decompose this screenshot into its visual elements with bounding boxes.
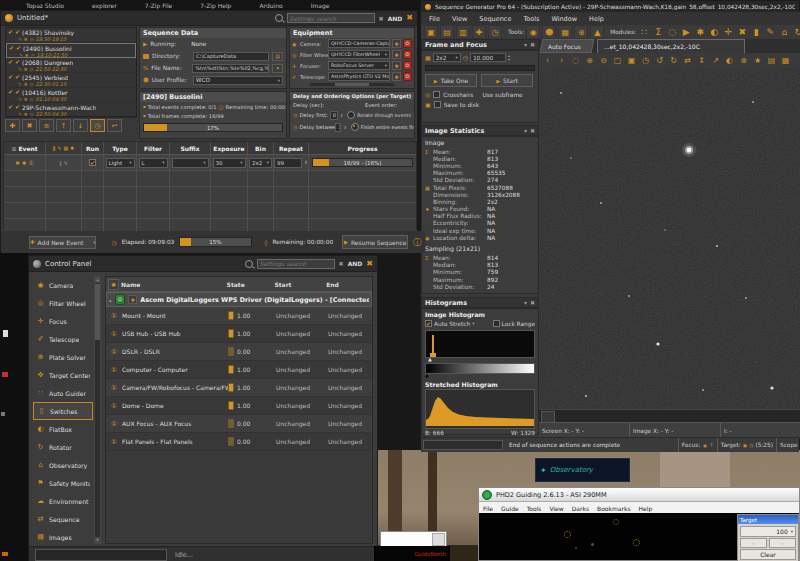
camera-select[interactable]: QHYCCD-Cameras-Capture▾ bbox=[328, 39, 390, 48]
sidebar-item-sequence[interactable]: ⇄Sequence bbox=[33, 510, 93, 528]
telescope-settings-button[interactable]: ✱ bbox=[392, 72, 401, 81]
sidebar-item-target-centering[interactable]: ✜Target Centering bbox=[33, 366, 93, 384]
target-enabled-icon[interactable]: ✔ bbox=[8, 89, 13, 95]
delete-event-icon[interactable]: ✖ bbox=[15, 160, 20, 166]
target-row[interactable]: ✔ ✔ (2545) Verbiest ✎ ✱ ◷ 22:30-01:10 bbox=[6, 73, 136, 88]
target-settings-icon[interactable]: ✱ bbox=[24, 82, 28, 87]
shadow-marker[interactable]: ▲ bbox=[425, 372, 429, 378]
filename-key-button[interactable]: ✦ bbox=[272, 64, 283, 73]
target-row[interactable]: ✔ ✔ (10416) Kottler ✎ ✱ ◷ 01:10-04:30 bbox=[6, 88, 136, 103]
toolbar-icon-button[interactable]: ◷ bbox=[488, 25, 502, 39]
settings-search-input[interactable] bbox=[257, 259, 335, 269]
panel-menu-icon[interactable]: ▾ bbox=[524, 127, 527, 134]
box-button[interactable] bbox=[432, 533, 445, 546]
black-point-marker[interactable]: ▲ bbox=[428, 356, 432, 362]
equipment-scrollbar[interactable] bbox=[310, 83, 394, 86]
target-edit-icon[interactable]: ✎ bbox=[18, 112, 22, 117]
menu-item[interactable]: View bbox=[452, 15, 467, 23]
panel-menu-icon[interactable]: ▾ bbox=[524, 41, 527, 48]
toolbar-icon-button[interactable]: ∷ bbox=[638, 26, 650, 38]
image-toolbar-icon[interactable]: ⇄ bbox=[681, 55, 694, 67]
toolbar-icon-button[interactable]: Σ bbox=[652, 26, 664, 38]
sidebar-item-telescope[interactable]: ✐Telescope bbox=[33, 330, 93, 348]
close-icon[interactable]: ✖ bbox=[366, 260, 373, 268]
target-enabled-icon[interactable]: ✔ bbox=[8, 104, 13, 110]
spin-down-icon[interactable]: ▾ bbox=[508, 58, 510, 62]
event-settings-icon[interactable]: ✱ bbox=[22, 160, 27, 166]
switch-toggle-icon[interactable]: ① bbox=[106, 402, 122, 410]
histograms-header[interactable]: Histograms ▾ ✖ bbox=[421, 297, 539, 308]
auto-stretch-checkbox[interactable]: ✔ bbox=[425, 320, 432, 327]
target-settings-icon[interactable]: ✱ bbox=[24, 112, 28, 117]
spinner-icons[interactable]: ⬍ bbox=[343, 125, 346, 130]
auto-stretch-chevron-icon[interactable]: ▾ bbox=[472, 321, 474, 326]
target-clear-button[interactable]: Clear bbox=[740, 549, 796, 560]
image-toolbar-icon[interactable]: ◐ bbox=[723, 55, 736, 67]
toolbar-icon-button[interactable]: ✛ bbox=[722, 26, 734, 38]
menu-item[interactable]: File bbox=[429, 15, 440, 23]
filter-select[interactable]: L▾ bbox=[139, 158, 168, 168]
toolbar-icon-button[interactable]: ▦ bbox=[558, 25, 572, 39]
target-edit-icon[interactable]: ✎ bbox=[18, 37, 22, 42]
panel-close-icon[interactable]: ✖ bbox=[530, 127, 535, 134]
type-select[interactable]: Light▾ bbox=[106, 158, 135, 168]
sidebar-item-plate-solver[interactable]: ⊕Plate Solver bbox=[33, 348, 93, 366]
clear-search-icon[interactable]: ✖ bbox=[339, 260, 344, 267]
target-enabled-icon[interactable]: ✔ bbox=[8, 74, 13, 80]
toolbar-icon-button[interactable]: ✖ bbox=[736, 26, 748, 38]
filter-wheel-settings-button[interactable]: ✱ bbox=[392, 50, 401, 59]
phd2-menu-item[interactable]: Guide bbox=[501, 505, 519, 512]
switch-row[interactable]: ① Computer - Computer 1.00 Unchanged Unc… bbox=[106, 361, 372, 379]
exposure-select[interactable]: 30▾ bbox=[213, 158, 246, 168]
taskbar-item[interactable]: explorer bbox=[92, 2, 117, 9]
delete-target-button[interactable]: ✖ bbox=[22, 119, 37, 132]
sidebar-item-filter-wheel[interactable]: ◎Filter Wheel bbox=[33, 294, 93, 312]
scroll-down-icon[interactable]: ▾ bbox=[95, 537, 100, 543]
focuser-select[interactable]: RoboFocus Server▾ bbox=[328, 61, 390, 70]
sidebar-item-camera[interactable]: ◉Camera bbox=[33, 276, 93, 294]
target-enabled-icon[interactable]: ✔ bbox=[8, 29, 13, 35]
target-row[interactable]: ✔ ✔ 29P-Schwassmann-Wach ✎ ✱ ◷ 22:50-04:… bbox=[6, 103, 136, 118]
image-toolbar-icon[interactable]: ↗ bbox=[709, 55, 722, 67]
sidebar-item-rotator[interactable]: ↻Rotator bbox=[33, 438, 93, 456]
image-toolbar-icon[interactable]: ▣ bbox=[625, 55, 638, 67]
switch-row[interactable]: ① DSLR - DSLR 0.00 Unchanged Unchanged bbox=[106, 343, 372, 361]
sidebar-item-focus[interactable]: ✛Focus bbox=[33, 312, 93, 330]
toolbar-icon-button[interactable]: ▥ bbox=[456, 25, 470, 39]
sidebar-item-auto-guider[interactable]: ∷Auto Guider bbox=[33, 384, 93, 402]
target-zoom-out-button[interactable]: · bbox=[769, 538, 796, 548]
sidebar-item-environment[interactable]: ☁Environment bbox=[33, 492, 93, 510]
switch-toggle-icon[interactable]: ① bbox=[106, 438, 122, 446]
toolbar-icon-button[interactable]: ⊕ bbox=[574, 25, 588, 39]
directory-input[interactable]: C:\CaptureData bbox=[193, 52, 269, 61]
target-schedule-button[interactable]: ◷ bbox=[90, 119, 105, 132]
image-histogram-plot[interactable] bbox=[425, 330, 535, 358]
phd2-menu-item[interactable]: Darks bbox=[572, 505, 589, 512]
switch-toggle-icon[interactable]: ① bbox=[106, 330, 122, 338]
rotate-events-radio[interactable] bbox=[347, 111, 355, 119]
toolbar-icon-button[interactable]: ◉ bbox=[526, 25, 540, 39]
menu-item[interactable]: Sequence bbox=[479, 15, 511, 23]
target-enabled-icon[interactable]: ✔ bbox=[9, 45, 14, 51]
floating-text-box[interactable] bbox=[380, 531, 447, 547]
image-toolbar-icon[interactable]: ↺ bbox=[653, 55, 666, 67]
toolbar-icon-button[interactable]: ▣ bbox=[424, 25, 438, 39]
tab-current-image[interactable]: ...et_10,042428,30sec,2x2,-10C bbox=[597, 39, 745, 53]
save-to-disk-checkbox[interactable] bbox=[434, 101, 441, 108]
switch-row[interactable]: ① AUX Focus - AUX Focus 0.00 Unchanged U… bbox=[106, 415, 372, 433]
telescope-connect-button[interactable]: ⏻ bbox=[403, 72, 412, 81]
switch-row[interactable]: ① USB Hub - USB Hub 1.00 Unchanged Uncha… bbox=[106, 325, 372, 343]
phd2-menu-item[interactable]: Bookmarks bbox=[597, 505, 631, 512]
image-toolbar-icon[interactable]: ↻ bbox=[667, 55, 680, 67]
target-edit-icon[interactable]: ✎ bbox=[18, 67, 22, 72]
settings-search-input[interactable] bbox=[287, 13, 375, 23]
scroll-up-icon[interactable]: ▴ bbox=[95, 277, 100, 283]
switch-row[interactable]: ① Flat Panels - Flat Panels 0.00 Unchang… bbox=[106, 433, 372, 451]
target-edit-icon[interactable]: ✎ bbox=[19, 53, 23, 58]
target-settings-icon[interactable]: ✱ bbox=[24, 67, 28, 72]
switch-toggle-icon[interactable]: ① bbox=[106, 366, 122, 374]
switch-row[interactable]: ① Mount - Mount 1.00 Unchanged Unchanged bbox=[106, 307, 372, 325]
sequencer-titlebar[interactable]: Untitled* ✖ AND ✖ bbox=[1, 11, 417, 26]
focuser-settings-button[interactable]: ✱ bbox=[392, 61, 401, 70]
target-settings-icon[interactable]: ✱ bbox=[24, 97, 28, 102]
